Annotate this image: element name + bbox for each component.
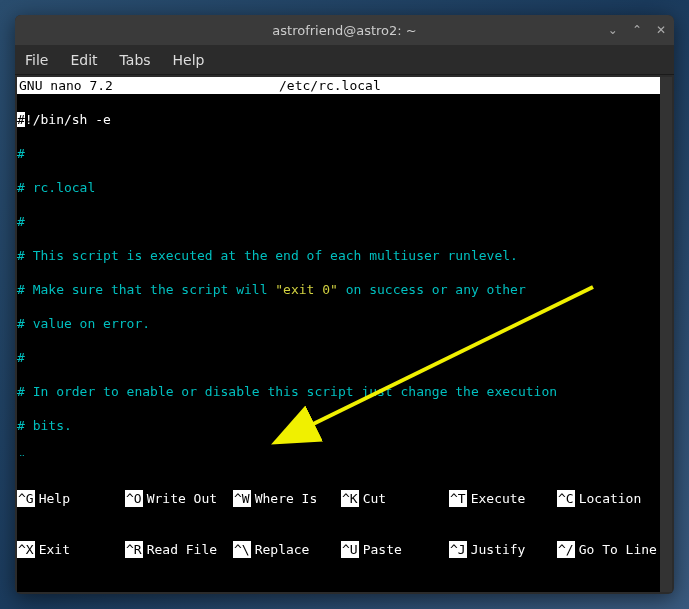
nano-version: GNU nano 7.2 bbox=[19, 77, 279, 94]
shortcut-key: ^W bbox=[233, 490, 251, 507]
shortcut-key: ^T bbox=[449, 490, 467, 507]
shortcut-key: ^/ bbox=[557, 541, 575, 558]
shortcut-key: ^C bbox=[557, 490, 575, 507]
maximize-icon[interactable]: ⌃ bbox=[632, 23, 642, 37]
terminal-window: astrofriend@astro2: ~ ⌄ ⌃ ✕ File Edit Ta… bbox=[15, 15, 674, 594]
scroll-thumb[interactable] bbox=[660, 77, 672, 592]
close-icon[interactable]: ✕ bbox=[656, 23, 666, 37]
minimize-icon[interactable]: ⌄ bbox=[608, 23, 618, 37]
scrollbar[interactable] bbox=[660, 77, 672, 592]
shortcut-key: ^U bbox=[341, 541, 359, 558]
shortcut-key: ^R bbox=[125, 541, 143, 558]
titlebar[interactable]: astrofriend@astro2: ~ ⌄ ⌃ ✕ bbox=[15, 15, 674, 45]
shortcut-key: ^K bbox=[341, 490, 359, 507]
terminal-area[interactable]: GNU nano 7.2 /etc/rc.local #!/bin/sh -e … bbox=[17, 77, 672, 592]
shortcut-key: ^J bbox=[449, 541, 467, 558]
footer-row-2: ^XExit ^RRead File ^\Replace ^UPaste ^JJ… bbox=[17, 541, 660, 558]
window-controls: ⌄ ⌃ ✕ bbox=[608, 23, 666, 37]
menu-help[interactable]: Help bbox=[173, 52, 205, 68]
shortcut-key: ^\ bbox=[233, 541, 251, 558]
window-title: astrofriend@astro2: ~ bbox=[272, 23, 416, 38]
menu-tabs[interactable]: Tabs bbox=[120, 52, 151, 68]
menubar: File Edit Tabs Help bbox=[15, 45, 674, 75]
shortcut-key: ^O bbox=[125, 490, 143, 507]
nano-filename: /etc/rc.local bbox=[279, 77, 670, 94]
shortcut-key: ^G bbox=[17, 490, 35, 507]
footer-row-1: ^GHelp ^OWrite Out ^WWhere Is ^KCut ^TEx… bbox=[17, 490, 660, 507]
nano-header: GNU nano 7.2 /etc/rc.local bbox=[17, 77, 672, 94]
menu-file[interactable]: File bbox=[25, 52, 48, 68]
shortcut-key: ^X bbox=[17, 541, 35, 558]
menu-edit[interactable]: Edit bbox=[70, 52, 97, 68]
nano-footer: ^GHelp ^OWrite Out ^WWhere Is ^KCut ^TEx… bbox=[17, 456, 660, 592]
